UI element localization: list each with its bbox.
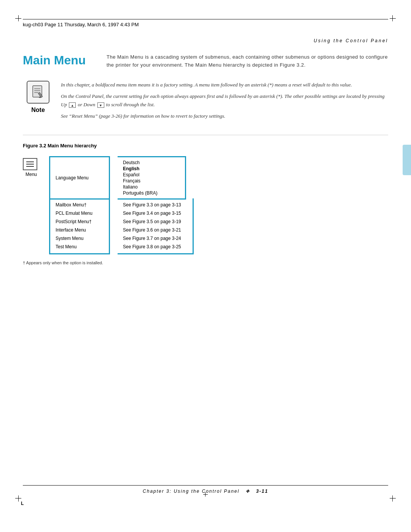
footer-diamond: ❖ [245, 489, 250, 494]
down-arrow-icon: ▼ [97, 102, 104, 108]
lang-italiano: Italiano [123, 184, 180, 190]
section-title: Using the Control Panel [314, 38, 388, 43]
figure-caption: Figure 3.2 Main Menu hierarchy [23, 143, 388, 149]
footnote: † Appears only when the option is instal… [23, 260, 388, 265]
menu-item-interface: Interface Menu [56, 226, 104, 234]
note-icon-svg [31, 85, 45, 99]
other-menus-row: Mailbox Menu† PCL Emulat Menu PostScript… [49, 198, 194, 254]
ref-interface: See Figure 3.6 on page 3-21 [123, 226, 187, 234]
section-divider [23, 135, 388, 135]
note-text2c: to scroll through the list. [106, 102, 155, 107]
menu-item-postscript: PostScript Menu† [56, 217, 104, 226]
footer-page-number: 3-11 [256, 489, 268, 494]
lang-menu-mid: Language Menu [49, 156, 110, 200]
menu-line-3 [26, 166, 34, 167]
menu-line-1 [26, 161, 34, 162]
menu-line-2 [26, 164, 34, 165]
note-text2: On the Control Panel, the current settin… [61, 92, 388, 109]
main-menu-title: Main Menu [23, 53, 99, 67]
lang-menu-row: Language Menu Deutsch English Español Fr… [49, 156, 194, 200]
note-text3: See “Reset Menu” (page 3-26) for informa… [61, 112, 388, 120]
side-tab [403, 145, 411, 175]
ref-pcl: See Figure 3.4 on page 3-15 [123, 209, 187, 217]
title-row: Main Menu The Main Menu is a cascading s… [23, 53, 388, 69]
menu-item-test: Test Menu [56, 243, 104, 251]
lang-portugues: Português (BRA) [123, 190, 180, 196]
note-section: Note In this chapter, a boldfaced menu i… [23, 81, 388, 123]
page: kug-ch03 Page 11 Thursday, March 6, 1997… [0, 0, 411, 532]
bottom-center-mark [202, 492, 209, 500]
lang-francais: Français [123, 178, 180, 184]
lang-menu-label: Language Menu [56, 175, 89, 181]
other-menus-right: See Figure 3.3 on page 3-13 See Figure 3… [118, 198, 194, 254]
l-mark: L [21, 501, 24, 506]
menu-lines-icon [26, 161, 34, 167]
file-info: kug-ch03 Page 11 Thursday, March 6, 1997… [23, 22, 139, 27]
lang-deutsch: Deutsch [123, 160, 180, 166]
menu-icon-box [23, 158, 37, 170]
content-area: Main Menu The Main Menu is a cascading s… [23, 53, 388, 265]
main-menu-title-text: Main Menu [23, 53, 86, 67]
description-text: The Main Menu is a cascading system of s… [107, 53, 388, 69]
lang-espanol: Español [123, 172, 180, 178]
menu-item-system: System Menu [56, 234, 104, 243]
figure-caption-text: Figure 3.2 Main Menu hierarchy [23, 143, 97, 149]
note-text-area: In this chapter, a boldfaced menu item m… [61, 81, 388, 123]
hier-mid-right: Language Menu Deutsch English Español Fr… [49, 156, 194, 254]
ref-mailbox: See Figure 3.3 on page 3-13 [123, 201, 187, 209]
note-label: Note [31, 107, 45, 113]
note-icon-area: Note [23, 81, 53, 113]
note-icon [27, 81, 49, 104]
up-arrow-icon: ▲ [69, 102, 76, 108]
menu-label: Menu [25, 172, 37, 177]
note-text2b: or Down [78, 102, 95, 107]
ref-test: See Figure 3.8 on page 3-25 [123, 243, 187, 251]
lang-options-col: Deutsch English Español Français Italian… [118, 156, 186, 200]
menu-item-mailbox: Mailbox Menu† [56, 201, 104, 209]
hierarchy-diagram: Menu Language Menu Deutsch English Españ… [23, 156, 388, 254]
menu-icon-col: Menu [23, 158, 40, 177]
ref-system: See Figure 3.7 on page 3-24 [123, 234, 187, 243]
menu-item-pcl: PCL Emulat Menu [56, 209, 104, 217]
ref-postscript: See Figure 3.5 on page 3-19 [123, 217, 187, 226]
footnote-text: † Appears only when the option is instal… [23, 260, 103, 265]
footer-chapter: Chapter 3: Using the Control Panel [143, 489, 239, 494]
note-text1: In this chapter, a boldfaced menu item m… [61, 81, 388, 89]
top-header: kug-ch03 Page 11 Thursday, March 6, 1997… [23, 19, 388, 27]
lang-english: English [123, 166, 180, 172]
other-menus-mid: Mailbox Menu† PCL Emulat Menu PostScript… [49, 198, 110, 254]
